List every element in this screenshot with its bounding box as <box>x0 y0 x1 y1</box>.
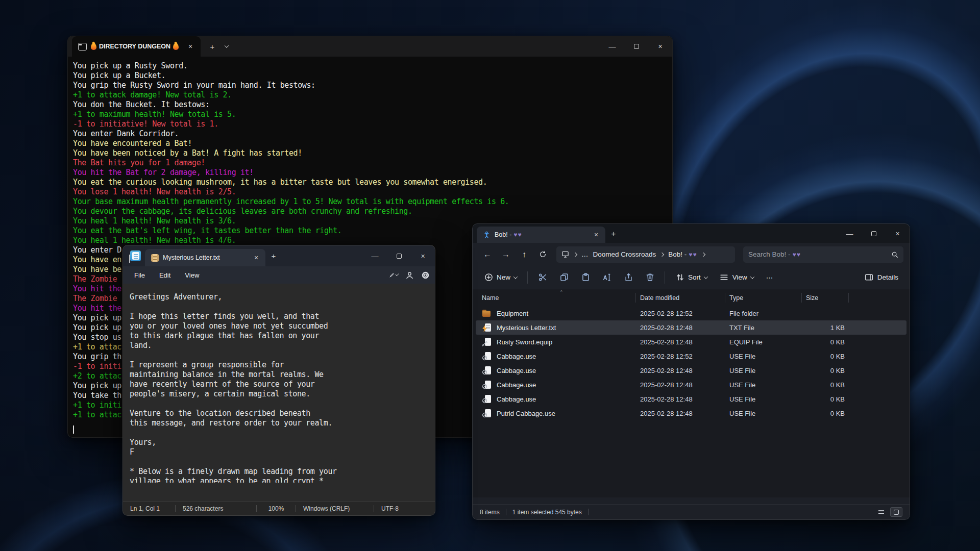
use-badge-icon <box>482 398 487 404</box>
encoding[interactable]: UTF-8 <box>374 502 406 515</box>
toolbar-divider <box>665 271 665 284</box>
file-type: USE File <box>729 381 806 389</box>
breadcrumb-ellipsis[interactable]: … <box>581 251 589 258</box>
new-tab-button[interactable]: + <box>265 245 282 266</box>
details-pane-button[interactable]: Details <box>860 269 903 286</box>
paste-button[interactable] <box>576 269 595 286</box>
copy-button[interactable] <box>554 269 574 286</box>
toolbar-divider <box>527 271 528 284</box>
delete-button[interactable] <box>640 269 659 286</box>
file-date: 2025-02-28 12:52 <box>640 353 729 360</box>
close-button[interactable]: × <box>886 224 910 243</box>
back-button[interactable]: ← <box>479 246 496 263</box>
use-badge-icon <box>482 412 487 418</box>
pen-icon <box>389 271 395 279</box>
terminal-line: You don the Bucket. It bestows: <box>73 100 667 110</box>
folder-person-icon <box>483 231 491 239</box>
this-pc-icon <box>561 251 569 258</box>
settings-button[interactable] <box>421 271 430 280</box>
equip-file-icon <box>482 338 492 346</box>
minimize-button[interactable]: — <box>838 224 862 243</box>
notepad-tab[interactable]: Mysterious Letter.txt × <box>145 249 265 266</box>
file-row[interactable]: Cabbage.use2025-02-28 12:48USE File0 KB <box>476 378 906 392</box>
notepad-menu-bar: File Edit View <box>123 266 435 284</box>
cut-button[interactable] <box>533 269 552 286</box>
view-icon <box>720 273 728 282</box>
sword-badge-icon <box>482 340 488 346</box>
new-button[interactable]: New <box>479 269 522 286</box>
rename-button[interactable] <box>597 269 617 286</box>
refresh-button[interactable] <box>534 246 551 263</box>
column-header-size[interactable]: Size <box>806 289 853 306</box>
search-input[interactable]: Search Bob! - ♥♥ <box>743 246 903 263</box>
menu-file[interactable]: File <box>128 269 151 282</box>
breadcrumb-current[interactable]: Bob! - ♥♥ <box>668 251 697 258</box>
explorer-tab[interactable]: Bob! - ♥♥ × <box>477 227 605 243</box>
breadcrumb-parent[interactable]: Doomed Crossroads <box>593 251 656 258</box>
file-row[interactable]: Mysterious Letter.txt2025-02-28 12:48TXT… <box>476 320 906 335</box>
chevron-down-icon <box>513 274 518 279</box>
file-row[interactable]: Rusty Sword.equip2025-02-28 12:48EQUIP F… <box>476 335 906 349</box>
maximize-button[interactable] <box>862 224 886 243</box>
sort-button[interactable]: Sort <box>670 269 713 286</box>
details-view-toggle[interactable] <box>875 507 887 517</box>
account-button[interactable] <box>405 271 414 280</box>
use-file-icon <box>482 366 492 375</box>
paste-icon <box>581 273 590 282</box>
status-divider <box>506 509 506 515</box>
notepad-text-area[interactable]: Greetings Adventurer, I hope this letter… <box>123 284 435 483</box>
use-badge-icon <box>482 355 487 361</box>
maximize-button[interactable] <box>387 245 411 266</box>
use-file-icon <box>482 381 492 389</box>
chevron-down-icon <box>704 274 708 279</box>
column-header-date[interactable]: Date modified <box>640 289 729 306</box>
minimize-button[interactable]: — <box>600 36 624 57</box>
menu-edit[interactable]: Edit <box>153 269 177 282</box>
share-button[interactable] <box>619 269 638 286</box>
close-button[interactable]: × <box>648 36 672 57</box>
more-options-button[interactable]: ⋯ <box>761 270 778 285</box>
tab-close-icon[interactable]: × <box>591 230 601 240</box>
new-tab-button[interactable]: + <box>605 224 622 243</box>
file-row[interactable]: Equipment2025-02-28 12:52File folder <box>476 306 906 320</box>
zoom-level[interactable]: 100% <box>257 502 296 515</box>
column-header-type[interactable]: Type <box>729 289 806 306</box>
address-field[interactable]: … Doomed Crossroads Bob! - ♥♥ <box>556 246 735 263</box>
use-file-icon <box>482 395 492 404</box>
view-button[interactable]: View <box>715 269 759 286</box>
menu-view[interactable]: View <box>179 269 205 282</box>
terminal-line: Your base maximum health permanently inc… <box>73 197 667 207</box>
copy-icon <box>560 273 569 282</box>
tab-close-icon[interactable]: × <box>185 41 195 52</box>
file-row[interactable]: Cabbage.use2025-02-28 12:52USE File0 KB <box>476 349 906 363</box>
terminal-tab[interactable]: DIRECTORY DUNGEON × <box>72 36 201 57</box>
explorer-tab-title: Bob! - ♥♥ <box>495 231 522 238</box>
tab-dropdown-button[interactable] <box>220 39 233 54</box>
close-button[interactable]: × <box>411 245 435 266</box>
new-tab-button[interactable]: + <box>205 39 220 54</box>
up-button[interactable]: ↑ <box>516 246 533 263</box>
status-divider <box>588 509 589 515</box>
chevron-down-icon <box>395 272 399 276</box>
cut-icon <box>538 273 547 282</box>
maximize-button[interactable] <box>624 36 648 57</box>
selection-info: 1 item selected 545 bytes <box>512 509 582 516</box>
tab-close-icon[interactable]: × <box>251 253 261 263</box>
minimize-button[interactable]: — <box>363 245 387 266</box>
terminal-line: You have encountered a Bat! <box>73 139 667 148</box>
forward-button[interactable]: → <box>497 246 514 263</box>
large-icons-view-toggle[interactable] <box>890 507 902 517</box>
file-date: 2025-02-28 12:52 <box>640 310 729 317</box>
explorer-tab-bar: Bob! - ♥♥ × + — × <box>473 224 910 243</box>
file-row[interactable]: Putrid Cabbage.use2025-02-28 12:48USE Fi… <box>476 406 906 420</box>
column-header-name[interactable]: Name <box>482 289 640 306</box>
file-list: Equipment2025-02-28 12:52File folderMyst… <box>473 306 910 420</box>
use-badge-icon <box>482 384 487 389</box>
rewrite-pen-button[interactable] <box>389 271 398 280</box>
file-row[interactable]: Cabbage.use2025-02-28 12:48USE File0 KB <box>476 363 906 378</box>
file-type: File folder <box>729 310 806 317</box>
file-row[interactable]: Cabbage.use2025-02-28 12:48USE File0 KB <box>476 392 906 406</box>
terminal-line: You eat the curious looking mushroom, it… <box>73 178 667 187</box>
file-size: 0 KB <box>806 381 853 389</box>
terminal-line: +1 to maximum health! New total is 5. <box>73 110 667 119</box>
